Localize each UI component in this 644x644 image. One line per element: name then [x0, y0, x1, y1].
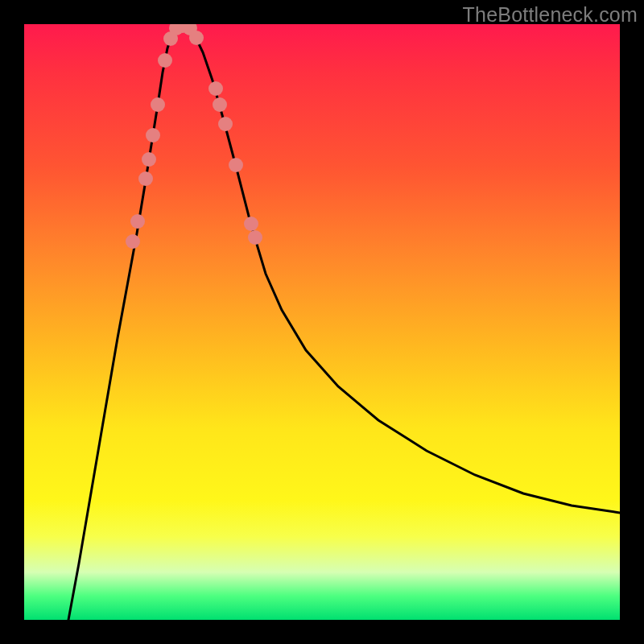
- highlight-dot: [138, 171, 153, 186]
- watermark-text: TheBottleneck.com: [463, 3, 638, 27]
- highlight-dot: [146, 128, 160, 142]
- highlight-dot: [218, 117, 233, 131]
- highlight-dot: [248, 230, 262, 245]
- highlight-dot: [229, 158, 243, 172]
- bottleneck-curve: [68, 24, 620, 620]
- marker-group: [126, 24, 262, 249]
- chart-svg: [24, 24, 620, 620]
- highlight-dot: [189, 31, 204, 45]
- highlight-dot: [158, 53, 172, 68]
- highlight-dot: [213, 97, 227, 112]
- highlight-dot: [130, 214, 145, 229]
- highlight-dot: [142, 152, 156, 167]
- curve-group: [68, 24, 620, 620]
- highlight-dot: [208, 81, 223, 96]
- chart-frame: TheBottleneck.com: [0, 0, 644, 644]
- highlight-dot: [151, 97, 165, 112]
- highlight-dot: [244, 217, 258, 231]
- highlight-dot: [126, 234, 140, 249]
